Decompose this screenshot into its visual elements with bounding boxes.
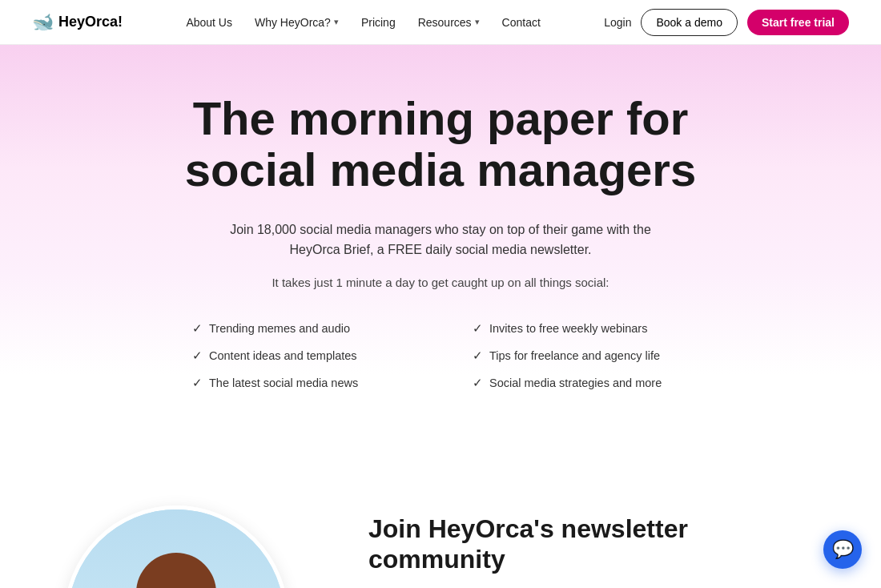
chat-icon: 💬 — [832, 539, 854, 560]
features-grid: ✓ Trending memes and audio ✓ Invites to … — [192, 318, 689, 393]
feature-1: ✓ Trending memes and audio — [192, 318, 408, 339]
nav-contact[interactable]: Contact — [502, 16, 541, 29]
chevron-down-icon-2: ▾ — [475, 17, 480, 27]
check-icon-3: ✓ — [192, 348, 203, 363]
nav-about[interactable]: About Us — [186, 16, 232, 29]
chevron-down-icon: ▾ — [334, 17, 339, 27]
logo-icon: 🐋 — [32, 12, 54, 33]
feature-4: ✓ Tips for freelance and agency life — [473, 345, 689, 366]
bottom-section: ✉ Join HeyOrca's newsletter community Fi… — [0, 457, 881, 588]
navbar: 🐋 HeyOrca! About Us Why HeyOrca? ▾ Prici… — [0, 0, 881, 45]
hero-section: The morning paper for social media manag… — [0, 45, 881, 457]
check-icon-2: ✓ — [473, 321, 483, 336]
hero-tagline: It takes just 1 minute a day to get caug… — [216, 273, 665, 292]
logo-text: HeyOrca! — [58, 14, 123, 30]
nav-resources[interactable]: Resources ▾ — [418, 16, 480, 29]
feature-2: ✓ Invites to free weekly webinars — [473, 318, 689, 339]
logo[interactable]: 🐋 HeyOrca! — [32, 12, 123, 33]
check-icon-5: ✓ — [192, 376, 203, 390]
start-trial-button[interactable]: Start free trial — [747, 10, 849, 35]
feature-3: ✓ Content ideas and templates — [192, 345, 408, 366]
feature-5: ✓ The latest social media news — [192, 373, 408, 393]
check-icon-4: ✓ — [473, 348, 483, 363]
person-card: ✉ — [64, 505, 320, 588]
newsletter-form: Join HeyOrca's newsletter community Firs… — [368, 505, 817, 588]
nav-actions: Login Book a demo Start free trial — [604, 9, 849, 36]
book-demo-button[interactable]: Book a demo — [641, 9, 738, 36]
check-icon-6: ✓ — [473, 376, 483, 390]
login-button[interactable]: Login — [604, 16, 631, 29]
person-avatar — [64, 505, 288, 588]
nav-why[interactable]: Why HeyOrca? ▾ — [255, 16, 339, 29]
person-hair — [136, 553, 216, 588]
hero-headline: The morning paper for social media manag… — [160, 93, 721, 195]
nav-links: About Us Why HeyOrca? ▾ Pricing Resource… — [186, 16, 540, 29]
person-figure — [68, 509, 284, 588]
form-title: Join HeyOrca's newsletter community — [368, 513, 817, 575]
chat-bubble[interactable]: 💬 — [823, 530, 862, 569]
check-icon-1: ✓ — [192, 321, 203, 336]
nav-pricing[interactable]: Pricing — [361, 16, 396, 29]
hero-subtext: Join 18,000 social media managers who st… — [216, 219, 665, 260]
feature-6: ✓ Social media strategies and more — [473, 373, 689, 393]
